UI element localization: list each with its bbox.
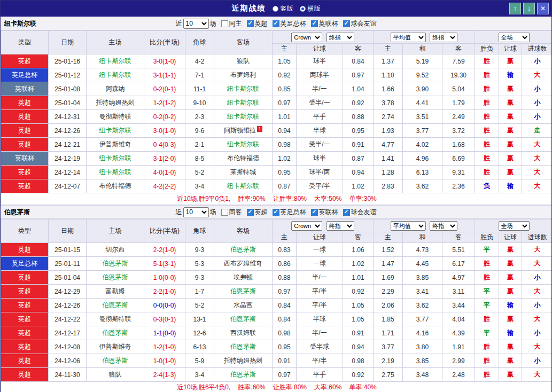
home-team[interactable]: 纽卡斯尔联 xyxy=(87,166,144,179)
away-team[interactable]: 纽卡斯尔联 xyxy=(214,96,273,110)
home-team[interactable]: 伯恩茅斯 xyxy=(87,299,144,312)
score[interactable]: 2-2(1-0) xyxy=(144,243,185,257)
away-team[interactable]: 纽卡斯尔联 xyxy=(214,110,273,124)
league-filter-0[interactable]: 英超 xyxy=(243,19,268,28)
home-team[interactable]: 伯恩茅斯 xyxy=(87,257,144,271)
home-team[interactable]: 伯恩茅斯 xyxy=(87,271,144,285)
layout-horizontal-radio[interactable]: 横版 xyxy=(300,4,321,13)
scroll-down-button[interactable]: ↓ xyxy=(523,3,535,14)
away-team[interactable]: 伯恩茅斯 xyxy=(214,243,273,257)
score[interactable]: 0-3(0-1) xyxy=(144,312,185,326)
close-button[interactable]: ✕ xyxy=(537,3,549,14)
home-team[interactable]: 托特纳姆热刺 xyxy=(87,96,144,110)
asian-source-select[interactable]: Crown xyxy=(291,221,322,231)
home-team[interactable]: 伯恩茅斯 xyxy=(87,354,144,368)
league-checkbox[interactable] xyxy=(273,209,279,216)
euro-time-select[interactable]: 终指 xyxy=(430,221,457,231)
score[interactable]: 0-2(0-1) xyxy=(144,82,185,96)
league-checkbox[interactable] xyxy=(311,20,318,27)
league-checkbox[interactable] xyxy=(311,209,318,216)
score[interactable]: 2-4(1-3) xyxy=(144,368,185,382)
home-team[interactable]: 阿森纳 xyxy=(87,82,144,96)
score[interactable]: 4-0(1-0) xyxy=(144,166,185,179)
score[interactable]: 5-1(3-1) xyxy=(144,257,185,271)
home-team[interactable]: 伊普斯维奇 xyxy=(87,138,144,152)
away-team[interactable]: 伯恩茅斯 xyxy=(214,368,273,382)
away-team[interactable]: 布罗姆利 xyxy=(214,68,273,82)
scope-select[interactable]: 全场 xyxy=(499,33,530,42)
away-team[interactable]: 莱斯特城 xyxy=(214,166,273,179)
match-count-select[interactable]: 10 xyxy=(183,19,209,29)
away-team[interactable]: 布伦特福德 xyxy=(214,152,273,166)
score[interactable]: 3-0(1-0) xyxy=(144,124,185,138)
asian-source-select[interactable]: Crown xyxy=(291,33,322,42)
away-team[interactable]: 纽卡斯尔联 xyxy=(214,179,273,193)
away-team[interactable]: 西布罗姆维奇 xyxy=(214,257,273,271)
away-team[interactable]: 伯恩茅斯 xyxy=(214,340,273,354)
score[interactable]: 0-4(0-3) xyxy=(144,138,185,152)
score[interactable]: 1-2(1-0) xyxy=(144,340,185,354)
same-venue-checkbox[interactable] xyxy=(221,20,228,27)
home-team[interactable]: 富勒姆 xyxy=(87,285,144,299)
league-filter-3[interactable]: 球会友谊 xyxy=(339,19,377,28)
league-filter-1[interactable]: 英足总杯 xyxy=(269,19,306,28)
away-team[interactable]: 纽卡斯尔联 xyxy=(214,138,273,152)
score[interactable]: 1-0(1-0) xyxy=(144,354,185,368)
league-badge: 英超 xyxy=(1,166,49,179)
asian-time-select[interactable]: 终指 xyxy=(326,33,354,42)
euro-source-select[interactable]: 平均值 xyxy=(391,221,426,231)
score[interactable]: 3-1(2-0) xyxy=(144,152,185,166)
away-team[interactable]: 狼队 xyxy=(214,54,273,68)
home-team[interactable]: 纽卡斯尔联 xyxy=(87,124,144,138)
league-filter-1[interactable]: 英足总杯 xyxy=(269,208,306,217)
away-team[interactable]: 埃弗顿 xyxy=(214,271,273,285)
away-team[interactable]: 伯恩茅斯 xyxy=(214,285,273,299)
same-venue-filter[interactable]: 同客 xyxy=(217,208,242,217)
league-checkbox[interactable] xyxy=(343,20,350,27)
score[interactable]: 0-2(0-2) xyxy=(144,110,185,124)
euro-time-select[interactable]: 终指 xyxy=(430,33,457,42)
home-team[interactable]: 切尔西 xyxy=(87,243,144,257)
away-team[interactable]: 伯恩茅斯 xyxy=(214,312,273,326)
league-checkbox[interactable] xyxy=(343,209,350,216)
league-filter-0[interactable]: 英超 xyxy=(243,208,268,217)
league-filter-3[interactable]: 球会友谊 xyxy=(339,208,377,217)
league-checkbox[interactable] xyxy=(247,209,254,216)
home-team[interactable]: 伯恩茅斯 xyxy=(87,326,144,340)
home-team[interactable]: 纽卡斯尔联 xyxy=(87,54,144,68)
home-team[interactable]: 狼队 xyxy=(87,368,144,382)
euro-source-select[interactable]: 平均值 xyxy=(391,33,426,42)
same-venue-checkbox[interactable] xyxy=(221,209,228,216)
away-team[interactable]: 纽卡斯尔联 xyxy=(214,82,273,96)
asian-time-select[interactable]: 终指 xyxy=(326,221,354,231)
league-filter-2[interactable]: 英联杯 xyxy=(307,208,338,217)
scroll-up-button[interactable]: ↑ xyxy=(509,3,521,14)
away-team[interactable]: 托特纳姆热刺 xyxy=(214,354,273,368)
score[interactable]: 1-2(1-2) xyxy=(144,96,185,110)
home-team[interactable]: 曼彻斯特联 xyxy=(87,312,144,326)
score[interactable]: 1-1(0-0) xyxy=(144,326,185,340)
league-filter-2[interactable]: 英联杯 xyxy=(307,19,338,28)
scope-select[interactable]: 全场 xyxy=(499,221,530,231)
euro-draw-odds: 6.13 xyxy=(403,166,442,179)
away-team[interactable]: 水晶宫 xyxy=(214,299,273,312)
league-checkbox[interactable] xyxy=(247,20,254,27)
col-euro-home: 主 xyxy=(374,232,403,243)
home-team[interactable]: 伊普斯维奇 xyxy=(87,340,144,354)
home-team[interactable]: 纽卡斯尔联 xyxy=(87,152,144,166)
score[interactable]: 0-0(0-0) xyxy=(144,299,185,312)
away-team[interactable]: 阿斯顿维拉1 xyxy=(214,124,273,138)
league-checkbox[interactable] xyxy=(273,20,279,27)
match-count-select[interactable]: 10 xyxy=(183,207,209,217)
score[interactable]: 3-1(1-1) xyxy=(144,68,185,82)
score[interactable]: 3-0(1-0) xyxy=(144,54,185,68)
score[interactable]: 4-2(2-2) xyxy=(144,179,185,193)
home-team[interactable]: 布伦特福德 xyxy=(87,179,144,193)
home-team[interactable]: 曼彻斯特联 xyxy=(87,110,144,124)
home-team[interactable]: 纽卡斯尔联 xyxy=(87,68,144,82)
score[interactable]: 2-2(1-0) xyxy=(144,285,185,299)
layout-vertical-radio[interactable]: 竖版 xyxy=(273,4,293,13)
same-venue-filter[interactable]: 同主 xyxy=(217,19,242,28)
score[interactable]: 1-0(0-0) xyxy=(144,271,185,285)
away-team[interactable]: 西汉姆联 xyxy=(214,326,273,340)
